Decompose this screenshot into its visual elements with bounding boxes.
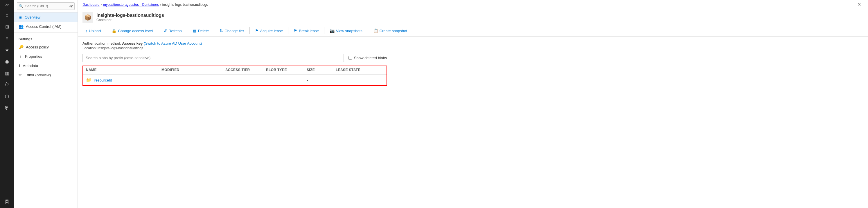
container-icon: 📦 bbox=[84, 14, 91, 21]
database-icon-btn[interactable]: 🗄 bbox=[0, 197, 14, 208]
nav-label-metadata: Metadata bbox=[22, 64, 38, 68]
toolbar-sep-4 bbox=[214, 27, 214, 34]
change-tier-button[interactable]: ⇅ Change tier bbox=[217, 27, 247, 35]
view-snapshots-label: View snapshots bbox=[336, 29, 363, 33]
nav-item-properties[interactable]: ⋮ Properties bbox=[14, 51, 78, 61]
table-selection-area: NAME MODIFIED ACCESS TIER BLOB TYPE SIZE… bbox=[83, 66, 387, 86]
col-header-actions bbox=[373, 66, 387, 75]
row-more-button[interactable]: ··· bbox=[376, 77, 383, 83]
show-deleted-label[interactable]: Show deleted blobs bbox=[354, 56, 387, 60]
table-header: NAME MODIFIED ACCESS TIER BLOB TYPE SIZE… bbox=[83, 66, 387, 75]
breadcrumb-sep-2: › bbox=[160, 3, 161, 7]
auth-info: Authentication method: Access key (Switc… bbox=[83, 41, 863, 50]
nav-panel: 🔍 ≪ ▣ Overview 👥 Access Control (IAM) Se… bbox=[14, 0, 78, 208]
sidebar-expand-btn[interactable]: ≫ bbox=[0, 0, 14, 9]
nav-label-properties: Properties bbox=[25, 54, 42, 59]
resource-header: 📦 insights-logs-bastionauditlogs Contain… bbox=[78, 9, 868, 25]
upload-label: Upload bbox=[89, 29, 101, 33]
change-tier-label: Change tier bbox=[224, 29, 244, 33]
breadcrumb-dashboard[interactable]: Dashboard bbox=[83, 3, 100, 7]
create-snapshot-label: Create snapshot bbox=[379, 29, 407, 33]
create-snapshot-icon: 📋 bbox=[373, 28, 378, 33]
recent-icon-btn[interactable]: ⏱ bbox=[0, 79, 14, 91]
location-info: Location: insights-logs-bastionauditlogs bbox=[83, 46, 863, 50]
acquire-lease-button[interactable]: ⚑ Acquire lease bbox=[252, 27, 286, 35]
auth-method-label: Authentication method: bbox=[83, 41, 121, 45]
nav-item-metadata[interactable]: ℹ Metadata bbox=[14, 61, 78, 70]
nav-label-access-policy: Access policy bbox=[26, 45, 49, 49]
settings-section-label: Settings bbox=[14, 34, 78, 42]
nav-search-input[interactable] bbox=[17, 2, 74, 10]
refresh-label: Refresh bbox=[168, 29, 182, 33]
nav-label-access-control: Access Control (IAM) bbox=[26, 24, 62, 29]
delete-button[interactable]: 🗑 Delete bbox=[190, 27, 212, 35]
create-snapshot-button[interactable]: 📋 Create snapshot bbox=[370, 27, 410, 35]
access-policy-icon: 🔑 bbox=[19, 45, 24, 49]
close-button[interactable]: ✕ bbox=[855, 2, 863, 7]
show-deleted-checkbox[interactable] bbox=[348, 56, 352, 60]
resource-info: insights-logs-bastionauditlogs Container bbox=[96, 13, 164, 22]
change-access-label: Change access level bbox=[118, 29, 153, 33]
col-header-blobtype: BLOB TYPE bbox=[262, 66, 303, 75]
toolbar-sep-3 bbox=[187, 27, 187, 34]
nav-label-overview: Overview bbox=[25, 15, 40, 20]
resource-icon: 📦 bbox=[83, 12, 93, 23]
toolbar: ↑ Upload 🔒 Change access level ↺ Refresh… bbox=[78, 25, 868, 37]
blob-modified-cell bbox=[158, 75, 222, 86]
dashboard-icon-btn[interactable]: ▦ bbox=[0, 67, 14, 79]
search-blobs-row: Show deleted blobs bbox=[83, 54, 863, 62]
home-icon-btn[interactable]: ⌂ bbox=[0, 9, 14, 21]
network-icon-btn[interactable]: ⬡ bbox=[0, 91, 14, 102]
main-content: Dashboard › mybastionstorageastus - Cont… bbox=[78, 0, 868, 208]
toolbar-sep-2 bbox=[158, 27, 158, 34]
blob-tier-cell bbox=[222, 75, 262, 86]
change-tier-icon: ⇅ bbox=[220, 28, 223, 33]
toolbar-sep-5 bbox=[249, 27, 250, 34]
col-header-tier: ACCESS TIER bbox=[222, 66, 262, 75]
auth-method-value: Access key bbox=[122, 41, 143, 45]
location-value: insights-logs-bastionauditlogs bbox=[98, 46, 143, 50]
lock-icon: 🔒 bbox=[112, 28, 117, 33]
blob-table: NAME MODIFIED ACCESS TIER BLOB TYPE SIZE… bbox=[83, 66, 387, 86]
nav-item-overview[interactable]: ▣ Overview bbox=[14, 12, 78, 22]
upload-button[interactable]: ↑ Upload bbox=[83, 27, 104, 35]
nav-item-editor[interactable]: ✏ Editor (preview) bbox=[14, 70, 78, 79]
sidebar-icons: ≫ ⌂ ⊞ ≡ ★ ◉ ▦ ⏱ ⬡ ⛨ 🗄 bbox=[0, 0, 14, 208]
blob-name-cell[interactable]: 📁 resourceId= bbox=[83, 75, 158, 86]
col-header-size: SIZE bbox=[303, 66, 332, 75]
auth-switch-link[interactable]: (Switch to Azure AD User Account) bbox=[144, 41, 202, 45]
view-snapshots-icon: 📷 bbox=[330, 28, 335, 33]
security-icon-btn[interactable]: ⛨ bbox=[0, 102, 14, 114]
nav-label-editor: Editor (preview) bbox=[24, 73, 51, 77]
break-lease-icon: ⚑ bbox=[293, 28, 298, 33]
break-lease-button[interactable]: ⚑ Break lease bbox=[291, 27, 322, 35]
location-label: Location: bbox=[83, 46, 97, 50]
nav-collapse-btn[interactable]: ≪ bbox=[69, 4, 73, 8]
editor-icon: ✏ bbox=[19, 72, 22, 77]
iam-icon: 👥 bbox=[19, 24, 24, 29]
search-blobs-input[interactable] bbox=[83, 54, 344, 62]
folder-icon: 📁 bbox=[86, 77, 91, 82]
portal-icon-btn[interactable]: ⊞ bbox=[0, 21, 14, 33]
resources-icon-btn[interactable]: ◉ bbox=[0, 56, 14, 67]
favorites-icon-btn[interactable]: ★ bbox=[0, 44, 14, 56]
acquire-lease-label: Acquire lease bbox=[260, 29, 283, 33]
col-header-modified: MODIFIED bbox=[158, 66, 222, 75]
menu-icon-btn[interactable]: ≡ bbox=[0, 33, 14, 44]
resource-subtitle: Container bbox=[96, 18, 164, 22]
breadcrumb-sep-1: › bbox=[101, 3, 102, 7]
blob-actions-cell: ··· bbox=[373, 75, 387, 86]
table-row[interactable]: 📁 resourceId= - ··· bbox=[83, 75, 387, 86]
breadcrumb-containers[interactable]: mybastionstorageastus - Containers bbox=[103, 3, 159, 7]
view-snapshots-button[interactable]: 📷 View snapshots bbox=[327, 27, 365, 35]
blob-type-cell bbox=[262, 75, 303, 86]
change-access-button[interactable]: 🔒 Change access level bbox=[108, 27, 156, 35]
nav-item-access-control[interactable]: 👥 Access Control (IAM) bbox=[14, 22, 78, 31]
blob-size-cell: - bbox=[303, 75, 332, 86]
toolbar-sep-8 bbox=[368, 27, 368, 34]
delete-icon: 🗑 bbox=[192, 28, 196, 33]
breadcrumb-current: insights-logs-bastionauditlogs bbox=[162, 3, 208, 7]
nav-item-access-policy[interactable]: 🔑 Access policy bbox=[14, 42, 78, 51]
refresh-button[interactable]: ↺ Refresh bbox=[161, 27, 185, 35]
overview-icon: ▣ bbox=[19, 15, 22, 20]
